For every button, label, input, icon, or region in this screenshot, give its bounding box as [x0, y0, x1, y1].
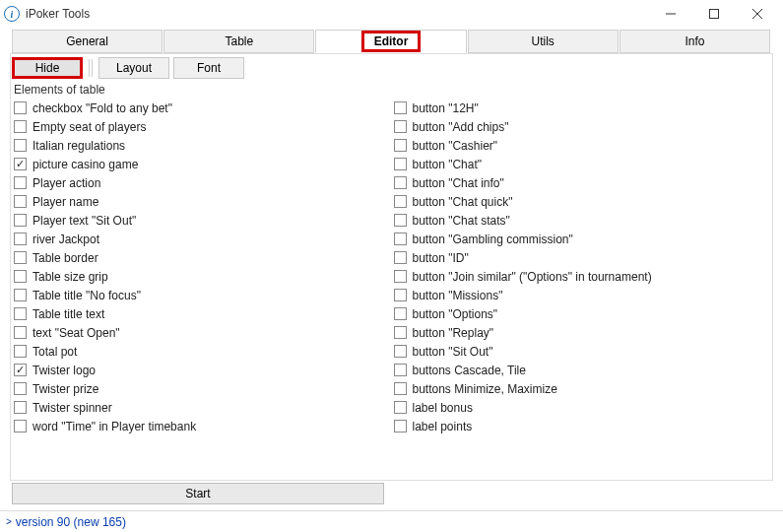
checkbox-icon[interactable]: [394, 214, 407, 227]
subtab-hide[interactable]: Hide: [12, 57, 83, 79]
checkbox-label: Player name: [33, 195, 98, 209]
checkbox-icon[interactable]: [14, 120, 27, 133]
checkbox-row[interactable]: Italian regulations: [12, 136, 392, 155]
tab-table[interactable]: Table: [163, 30, 314, 53]
checkbox-icon[interactable]: [14, 382, 27, 395]
checkbox-row[interactable]: button "Chat": [392, 155, 772, 173]
svg-rect-1: [710, 10, 719, 19]
subtab-layout[interactable]: Layout: [98, 57, 169, 79]
checkbox-row[interactable]: Twister prize: [12, 379, 392, 398]
status-bar[interactable]: > version 90 (new 165): [0, 510, 783, 532]
checkbox-icon[interactable]: [14, 195, 27, 208]
checkbox-row[interactable]: picture casino game: [12, 155, 392, 173]
checkbox-icon[interactable]: [394, 382, 407, 395]
checkbox-row[interactable]: button "ID": [392, 248, 772, 267]
checkbox-icon[interactable]: [394, 270, 407, 283]
checkbox-row[interactable]: Twister logo: [12, 361, 392, 379]
checkbox-row[interactable]: button "Options": [392, 304, 772, 323]
checkbox-label: button "Chat quick": [413, 195, 513, 209]
checkbox-row[interactable]: Twister spinner: [12, 398, 392, 417]
checkbox-row[interactable]: button "12H": [392, 99, 772, 117]
checkbox-icon[interactable]: [394, 195, 407, 208]
checkbox-row[interactable]: button "Chat stats": [392, 211, 772, 230]
checkbox-label: Empty seat of players: [33, 120, 146, 134]
checkbox-row[interactable]: button "Add chips": [392, 117, 772, 136]
checkbox-icon[interactable]: [14, 345, 27, 358]
checkbox-icon[interactable]: [394, 326, 407, 339]
checkbox-icon[interactable]: [394, 101, 407, 114]
checkbox-icon[interactable]: [394, 158, 407, 170]
checkbox-icon[interactable]: [394, 251, 407, 264]
checkbox-row[interactable]: river Jackpot: [12, 230, 392, 248]
checkbox-icon[interactable]: [394, 364, 407, 376]
checkbox-icon[interactable]: [14, 420, 27, 432]
maximize-button[interactable]: [692, 0, 736, 28]
checkbox-icon[interactable]: [14, 270, 27, 283]
checkbox-icon[interactable]: [14, 101, 27, 114]
checkbox-row[interactable]: label bonus: [392, 398, 772, 417]
tab-general[interactable]: General: [12, 30, 163, 53]
checkbox-icon[interactable]: [14, 326, 27, 339]
subtab-font[interactable]: Font: [173, 57, 244, 79]
checkbox-icon[interactable]: [394, 233, 407, 245]
checkbox-label: Table border: [33, 251, 98, 265]
checkbox-row[interactable]: button "Sit Out": [392, 342, 772, 361]
checkbox-icon[interactable]: [14, 139, 27, 152]
checkbox-icon[interactable]: [394, 289, 407, 301]
checkbox-row[interactable]: button "Replay": [392, 323, 772, 342]
checkbox-label: button "Missions": [413, 289, 503, 302]
checkbox-row[interactable]: Table title "No focus": [12, 286, 392, 304]
checkbox-label: Player text "Sit Out": [33, 214, 136, 228]
close-button[interactable]: [736, 0, 779, 28]
start-button[interactable]: Start: [12, 483, 384, 504]
chevron-right-icon: >: [6, 516, 12, 527]
minimize-button[interactable]: [649, 0, 692, 28]
checkbox-row[interactable]: button "Chat quick": [392, 192, 772, 211]
checkbox-row[interactable]: Table title text: [12, 304, 392, 323]
checkbox-label: button "Chat": [413, 158, 483, 171]
checkbox-label: label bonus: [413, 401, 473, 415]
tab-utils[interactable]: Utils: [468, 30, 619, 53]
checkbox-row[interactable]: Table size grip: [12, 267, 392, 286]
checkbox-row[interactable]: button "Cashier": [392, 136, 772, 155]
checkbox-row[interactable]: buttons Cascade, Tile: [392, 361, 772, 379]
checkbox-icon[interactable]: [394, 345, 407, 358]
checkbox-row[interactable]: buttons Minimize, Maximize: [392, 379, 772, 398]
tab-info[interactable]: Info: [620, 30, 770, 53]
checkbox-row[interactable]: button "Join similar" ("Options" in tour…: [392, 267, 772, 286]
checkbox-icon[interactable]: [394, 139, 407, 152]
checkbox-row[interactable]: Player name: [12, 192, 392, 211]
checkbox-label: button "Add chips": [413, 120, 509, 134]
checkbox-row[interactable]: Player action: [12, 173, 392, 192]
checkbox-row[interactable]: text "Seat Open": [12, 323, 392, 342]
checkbox-icon[interactable]: [14, 307, 27, 320]
checkbox-icon[interactable]: [14, 251, 27, 264]
checkbox-label: text "Seat Open": [33, 326, 120, 340]
titlebar: i iPoker Tools: [0, 0, 783, 28]
checkbox-icon[interactable]: [14, 158, 27, 170]
checkbox-icon[interactable]: [394, 120, 407, 133]
checkbox-row[interactable]: button "Missions": [392, 286, 772, 304]
checkbox-row[interactable]: label points: [392, 417, 772, 435]
checkbox-icon[interactable]: [394, 401, 407, 414]
checkbox-icon[interactable]: [394, 307, 407, 320]
checkbox-icon[interactable]: [394, 176, 407, 189]
checkbox-icon[interactable]: [14, 364, 27, 376]
checkbox-row[interactable]: Table border: [12, 248, 392, 267]
checkbox-row[interactable]: checkbox "Fold to any bet": [12, 99, 392, 117]
checkbox-icon[interactable]: [14, 401, 27, 414]
checkbox-icon[interactable]: [394, 420, 407, 432]
checkbox-row[interactable]: Player text "Sit Out": [12, 211, 392, 230]
checkbox-row[interactable]: Total pot: [12, 342, 392, 361]
checkbox-row[interactable]: button "Gambling commission": [392, 230, 772, 248]
checkbox-icon[interactable]: [14, 214, 27, 227]
checkbox-row[interactable]: Empty seat of players: [12, 117, 392, 136]
checkbox-icon[interactable]: [14, 233, 27, 245]
checkbox-label: button "Join similar" ("Options" in tour…: [413, 270, 652, 284]
checkbox-icon[interactable]: [14, 176, 27, 189]
elements-columns: checkbox "Fold to any bet"Empty seat of …: [0, 97, 783, 435]
checkbox-row[interactable]: word "Time" in Player timebank: [12, 417, 392, 435]
checkbox-icon[interactable]: [14, 289, 27, 301]
tab-editor[interactable]: Editor: [315, 30, 466, 53]
checkbox-row[interactable]: button "Chat info": [392, 173, 772, 192]
